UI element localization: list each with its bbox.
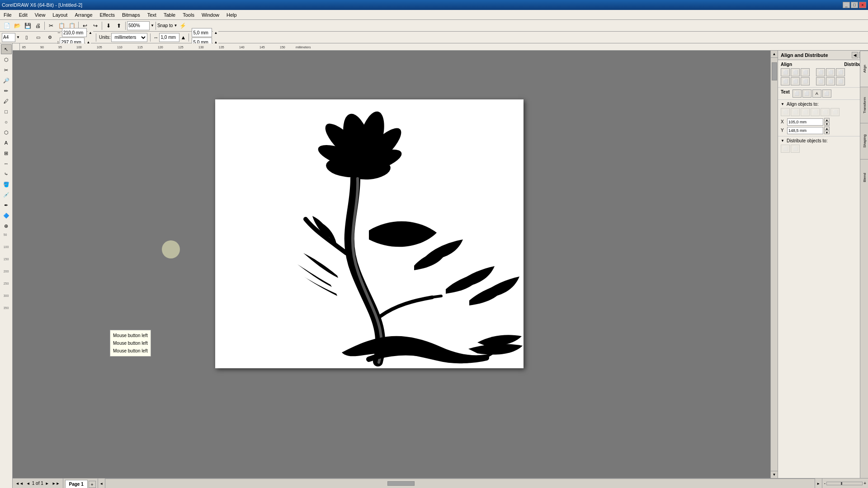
menu-bitmaps[interactable]: Bitmaps (118, 10, 144, 19)
scroll-down-btn[interactable]: ▼ (771, 471, 778, 478)
nav-prev-btn[interactable]: ◄ (25, 481, 31, 486)
align-left-btn[interactable]: ⬜ (781, 68, 790, 76)
dist-to-btn1[interactable]: ⬜ (781, 145, 790, 153)
dist-center-h-btn[interactable]: ⬜ (826, 68, 835, 76)
zoom-in-btn[interactable]: + (863, 481, 866, 486)
text-align-center-btn[interactable]: ⬜ (802, 89, 811, 98)
connector-tool[interactable]: ⤷ (1, 169, 12, 179)
menu-file[interactable]: File (0, 10, 15, 19)
snap-arrow[interactable]: ▼ (174, 23, 177, 28)
print-btn[interactable]: 🖨 (33, 21, 43, 31)
align-expand-arrow[interactable]: ▼ (781, 102, 785, 107)
align-to-btn1[interactable]: ⬜ (781, 108, 790, 116)
page-options-btn[interactable]: ⚙ (45, 33, 55, 42)
zoom-tool[interactable]: 🔎 (1, 75, 12, 85)
horizontal-scrollbar[interactable]: ◄ ► (98, 479, 822, 488)
page-tab-1[interactable]: Page 1 (65, 480, 88, 488)
menu-table[interactable]: Table (160, 10, 179, 19)
menu-help[interactable]: Help (223, 10, 241, 19)
new-btn[interactable]: 📄 (2, 21, 12, 31)
menu-text[interactable]: Text (144, 10, 160, 19)
portrait-btn[interactable]: ▯ (22, 33, 32, 42)
dist-right-btn[interactable]: ⬜ (836, 68, 845, 76)
menu-layout[interactable]: Layout (49, 10, 71, 19)
outline-tool[interactable]: ✒ (1, 200, 12, 210)
snap-x-input[interactable] (192, 28, 212, 37)
page-size-arrow[interactable]: ▼ (16, 35, 20, 39)
menu-edit[interactable]: Edit (15, 10, 31, 19)
dist-center-v-btn[interactable]: ⬜ (826, 77, 835, 85)
align-center-h-btn[interactable]: ⬜ (791, 68, 800, 76)
nav-next-btn[interactable]: ► (44, 481, 50, 486)
dist-bottom-btn[interactable]: ⬜ (836, 77, 845, 85)
panel-expand-btn[interactable]: ◀ (852, 52, 858, 58)
open-btn[interactable]: 📂 (12, 21, 22, 31)
panel-tab-align[interactable]: Align (860, 51, 868, 87)
shape-tool[interactable]: ⬡ (1, 55, 12, 65)
nav-first-btn[interactable]: ◄◄ (14, 481, 24, 486)
scroll-up-btn[interactable]: ▲ (771, 51, 778, 58)
page-size-input[interactable] (2, 33, 15, 42)
align-center-v-btn[interactable]: ⬜ (791, 77, 800, 85)
maximize-button[interactable]: □ (851, 2, 858, 8)
zoom-input[interactable] (127, 21, 150, 30)
cut-btn[interactable]: ✂ (46, 21, 56, 31)
landscape-btn[interactable]: ▭ (33, 33, 43, 42)
zoom-arrow[interactable]: ▼ (151, 23, 154, 28)
text-align-btn4[interactable]: ⬜ (822, 89, 831, 98)
save-btn[interactable]: 💾 (23, 21, 33, 31)
dimension-tool[interactable]: ↔ (1, 159, 12, 169)
poly-tool[interactable]: ⬡ (1, 127, 12, 137)
align-bottom-btn[interactable]: ⬜ (801, 77, 810, 85)
dist-left-btn[interactable]: ⬜ (816, 68, 825, 76)
eyedrop-tool[interactable]: 💉 (1, 190, 12, 200)
align-to-btn4[interactable]: ⬜ (811, 108, 820, 116)
freehand-tool[interactable]: ✏ (1, 86, 12, 96)
text-align-left-btn[interactable]: ⬜ (793, 89, 802, 98)
dist-to-btn2[interactable]: ⬜ (791, 145, 800, 153)
nav-last-btn[interactable]: ►► (51, 481, 61, 486)
rect-tool[interactable]: □ (1, 107, 12, 117)
y-up-btn[interactable]: ▲ ▼ (824, 127, 830, 134)
dist-top-btn[interactable]: ⬜ (816, 77, 825, 85)
menu-view[interactable]: View (31, 10, 49, 19)
align-top-btn[interactable]: ⬜ (781, 77, 790, 85)
transform-tool[interactable]: ⊕ (1, 221, 12, 231)
width-up-btn[interactable]: ▲ (88, 30, 93, 35)
hscroll-thumb[interactable] (387, 481, 415, 486)
x-up-btn[interactable]: ▲ ▼ (824, 118, 830, 126)
hscroll-left-btn[interactable]: ◄ (98, 479, 105, 488)
artistic-tool[interactable]: 🖊 (1, 96, 12, 106)
ellipse-tool[interactable]: ○ (1, 117, 12, 127)
canvas-area[interactable]: Mouse button left Mouse button left Mous… (13, 51, 778, 478)
units-select[interactable]: millimeters (111, 33, 147, 42)
close-button[interactable]: × (859, 2, 866, 8)
align-to-btn2[interactable]: ⬜ (791, 108, 800, 116)
blend-tool[interactable]: 🔷 (1, 211, 12, 221)
fill-tool[interactable]: 🪣 (1, 179, 12, 189)
align-right-btn[interactable]: ⬜ (801, 68, 810, 76)
align-to-btn3[interactable]: ⬜ (801, 108, 810, 116)
zoom-out-btn[interactable]: - (824, 481, 826, 486)
menu-tools[interactable]: Tools (179, 10, 198, 19)
align-to-btn6[interactable]: ⬜ (830, 108, 840, 116)
x-value-input[interactable] (787, 118, 823, 126)
snap-x-up-btn[interactable]: ▲ (213, 30, 218, 35)
nudge-up-btn[interactable]: ▲ (180, 33, 186, 42)
nudge-input[interactable] (159, 33, 179, 42)
y-value-input[interactable] (787, 127, 823, 134)
selector-tool[interactable]: ↖ (1, 44, 12, 54)
hscroll-right-btn[interactable]: ► (815, 479, 822, 488)
table-tool[interactable]: ⊞ (1, 148, 12, 158)
crop-tool[interactable]: ✂ (1, 65, 12, 75)
panel-tab-transform[interactable]: Transform (860, 87, 868, 123)
panel-tab-shaping[interactable]: Shaping (860, 123, 868, 159)
panel-tab-position[interactable]: Blend (860, 159, 868, 195)
add-page-btn[interactable]: + (89, 481, 96, 488)
menu-window[interactable]: Window (198, 10, 223, 19)
minimize-button[interactable]: _ (843, 2, 850, 8)
import-btn[interactable]: ⬇ (104, 21, 113, 31)
scroll-thumb-v[interactable] (772, 62, 777, 80)
snap-btn[interactable]: ⚡ (178, 21, 188, 31)
text-align-right-btn[interactable]: A (812, 89, 821, 98)
